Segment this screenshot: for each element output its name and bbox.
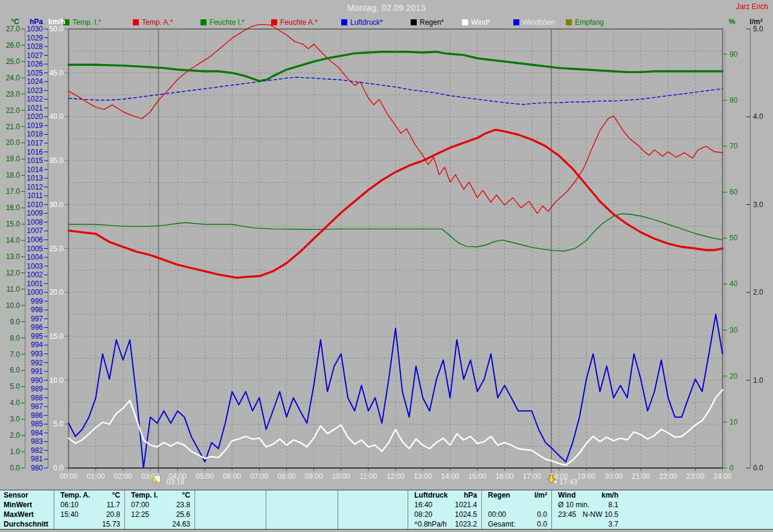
- axis-tick-label: 1.0: [10, 447, 20, 456]
- table-value: 1023.2: [455, 519, 477, 529]
- x-tick-label: 24:00: [713, 472, 731, 481]
- table-column: Windkm/hØ 10 min.8.123:45N-NW 10.53.7: [551, 490, 623, 529]
- axis-tick-label: 1012: [27, 183, 43, 191]
- axis-tick-label: 1014: [27, 165, 43, 174]
- marker-time-label: 17:43: [559, 478, 577, 486]
- x-tick-label: 14:00: [441, 472, 459, 481]
- x-tick-label: 09:00: [305, 472, 323, 481]
- table-cell: 16:40: [414, 500, 432, 510]
- axis-tick-label: 17.0: [6, 187, 21, 196]
- axis-tick-label: 0.0: [753, 464, 763, 472]
- axis-tick-label: 9.0: [10, 318, 20, 326]
- axis-tick-label: 998: [31, 306, 43, 314]
- axis-tick-label: 20: [730, 372, 738, 380]
- moon-dot-icon: [554, 480, 557, 484]
- table-value: N-NW 10.5: [583, 510, 618, 519]
- axis-tick-label: 1001: [27, 280, 43, 288]
- axis-tick-label: 988: [31, 394, 43, 402]
- gridlines: [69, 29, 723, 468]
- axis-tick-label: 25.0: [50, 245, 64, 253]
- table-value: 1024.5: [455, 510, 477, 519]
- table-cell: 23:45: [558, 510, 576, 519]
- table-cell: 12:25: [131, 510, 149, 519]
- axis-tick-label: 987: [31, 402, 43, 411]
- axis-tick-label: 1020: [27, 112, 43, 121]
- stats-table: SensorMinWertMaxWertDurchschnittTemp. A.…: [0, 490, 773, 530]
- axis-tick-label: 990: [31, 376, 43, 385]
- axis-tick-label: 45.0: [50, 69, 64, 77]
- table-column: [338, 490, 408, 529]
- table-value: 1021.4: [455, 500, 477, 510]
- column-unit: l/m²: [534, 490, 547, 500]
- table-column: LuftdruckhPa16:401021.408:201024.5^0.8hP…: [408, 490, 482, 529]
- axis-tick-label: 30.0: [50, 200, 64, 209]
- axis-tick-label: 993: [31, 350, 43, 358]
- axis-tick-label: 2.0: [753, 288, 763, 296]
- axis-tick-label: 982: [31, 446, 43, 455]
- axis-tick-label: 1009: [27, 209, 43, 217]
- axis-tick-label: 1027: [27, 51, 43, 60]
- table-cell: 07:00: [131, 500, 149, 510]
- axis-tick-label: 2.0: [10, 431, 20, 440]
- x-tick-label: 23:00: [686, 472, 704, 481]
- axis-tick-label: 25.0: [6, 57, 21, 66]
- axis-tick-label: 5.0: [10, 382, 20, 391]
- axis-tick-label: 997: [31, 315, 43, 323]
- axis-tick-label: 980: [31, 464, 43, 472]
- column-header: Temp. I.: [131, 490, 158, 500]
- x-tick-label: 11:00: [359, 472, 377, 481]
- axis-tick-label: 1015: [27, 156, 43, 165]
- axis-tick-label: 7.0: [10, 350, 20, 359]
- x-tick-label: 16:00: [495, 472, 513, 481]
- table-value: 20.8: [106, 510, 120, 519]
- axis-tick-label: 1026: [27, 60, 43, 68]
- axis-tick-label: 19.0: [6, 155, 21, 163]
- axis-tick-label: 1003: [27, 262, 43, 271]
- axis-tick-label: 18.0: [6, 171, 21, 179]
- weather-chart[interactable]: °C0.01.02.03.04.05.06.07.08.09.010.011.0…: [0, 0, 773, 493]
- x-tick-label: 10:00: [332, 472, 350, 481]
- axis-tick-label: 13.0: [6, 252, 21, 261]
- axis-tick-label: 1011: [27, 191, 43, 200]
- x-tick-label: 01:00: [87, 472, 105, 481]
- axis-lm2: l/m²0.01.02.03.04.05.0: [746, 18, 763, 472]
- axis-tick-label: 10: [730, 418, 738, 426]
- x-tick-label: 00:00: [59, 472, 77, 481]
- axis-tick-label: 986: [31, 411, 43, 420]
- x-tick-label: 06:00: [223, 472, 241, 481]
- axis-tick-label: 16.0: [6, 204, 21, 212]
- axis-tick-label: 1017: [27, 139, 43, 147]
- axis-tick-label: 0.0: [10, 464, 20, 472]
- axis-tick-label: 992: [31, 359, 43, 367]
- x-tick-label: 07:00: [250, 472, 268, 481]
- axis-tick-label: 10.0: [50, 376, 64, 385]
- axis-tick-label: 20.0: [50, 288, 64, 296]
- axis-tick-label: 15.0: [50, 332, 64, 341]
- marker-time-label: 03:18: [166, 478, 184, 486]
- x-tick-label: 21:00: [632, 472, 650, 481]
- table-cell: 06:10: [60, 500, 79, 510]
- axis-tick-label: 1000: [27, 288, 43, 296]
- axis-hpa: hPa9809819829839849859869879889899909919…: [27, 18, 48, 472]
- axis-tick-label: 1030: [27, 25, 43, 33]
- axis-tick-label: 50: [730, 234, 738, 242]
- axis-tick-label: 1016: [27, 148, 43, 156]
- table-value: 8.1: [608, 500, 618, 510]
- axis-tick-label: 1029: [27, 34, 43, 42]
- axis-tick-label: 11.0: [7, 285, 21, 293]
- chart-canvas[interactable]: °C0.01.02.03.04.05.06.07.08.09.010.011.0…: [0, 0, 773, 490]
- table-value: 3.7: [608, 519, 618, 529]
- axis-tick-label: 1025: [27, 69, 43, 77]
- x-tick-label: 02:00: [114, 472, 132, 481]
- table-cell: Ø 10 min.: [558, 500, 589, 510]
- axis-tick-label: 1.0: [753, 376, 763, 385]
- table-column: Temp. I.°C07:0023.812:2525.624.63: [124, 490, 195, 529]
- row-label: MaxWert: [0, 510, 54, 519]
- axis-header: %: [729, 18, 736, 26]
- table-cell: ^0.8hPa/h: [414, 519, 447, 529]
- axis-tick-label: 1008: [27, 218, 43, 226]
- column-unit: hPa: [464, 490, 477, 500]
- table-row-labels: SensorMinWertMaxWertDurchschnitt: [0, 490, 54, 529]
- table-column: Temp. A.°C06:1011.715:4020.815.73: [54, 490, 125, 529]
- axis-tick-label: 1004: [27, 253, 43, 261]
